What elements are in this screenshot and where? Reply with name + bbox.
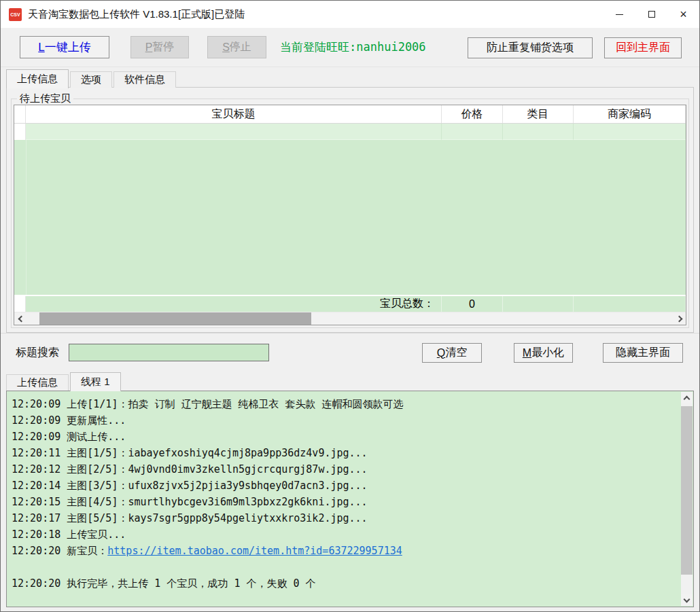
pending-items-grid[interactable]: 宝贝标题价格类目商家编码 宝贝总数： 0 — [14, 105, 686, 325]
column-header[interactable]: 宝贝标题 — [26, 105, 442, 123]
cell-code[interactable] — [574, 124, 686, 140]
clear-label: 清空 — [445, 346, 467, 360]
cell-price[interactable] — [442, 124, 503, 140]
scroll-down-button[interactable] — [681, 594, 693, 606]
table-row[interactable] — [14, 124, 686, 140]
chevron-down-icon — [684, 596, 690, 602]
log-line: 12:20:20 执行完毕，共上传 1 个宝贝，成功 1 个，失败 0 个 — [12, 575, 677, 592]
window-title: 天音淘宝数据包上传软件 V1.83.1[正式版]已登陆 — [28, 8, 245, 21]
log-line: 12:20:11 主图[1/5]：iabayefxoshiyq4cjmj8pa9… — [12, 445, 677, 461]
close-icon: × — [680, 8, 687, 20]
pending-items-groupbox: 待上传宝贝 宝贝标题价格类目商家编码 宝贝总数： 0 — [11, 98, 689, 328]
log-line: 12:20:20 新宝贝：https://item.taobao.com/ite… — [12, 543, 677, 559]
cell-title[interactable] — [26, 124, 442, 140]
upload-info-tab-page: 待上传宝贝 宝贝标题价格类目商家编码 宝贝总数： 0 — [6, 87, 694, 333]
log-line: 12:20:18 上传宝贝... — [12, 526, 677, 543]
upload-label: 一键上传 — [45, 39, 91, 55]
title-search-label: 标题搜索 — [16, 346, 59, 360]
stop-mnemonic: S — [222, 41, 230, 54]
csv-file-icon: CSV — [9, 8, 22, 21]
maximize-button[interactable] — [635, 1, 667, 28]
log-line: 12:20:09 更新属性... — [12, 412, 677, 429]
chevron-up-icon — [684, 395, 690, 402]
clear-button[interactable]: Q清空 — [422, 343, 482, 363]
scroll-left-button[interactable] — [14, 312, 26, 325]
log-line: 12:20:14 主图[3/5]：ufux8zjvx5j2pjia3y9sbhq… — [12, 478, 677, 494]
close-button[interactable]: × — [667, 1, 699, 28]
tab-1[interactable]: 上传信息 — [6, 69, 69, 88]
tab-3[interactable]: 软件信息 — [113, 71, 176, 88]
tab-2[interactable]: 线程 1 — [70, 372, 121, 391]
new-item-link[interactable]: https://item.taobao.com/item.htm?id=6372… — [107, 545, 402, 557]
toolbar: L一键上传 P暂停 S停止 当前登陆旺旺:nanhui2006 防止重复铺货选项… — [1, 28, 699, 67]
log-line: 12:20:09 上传[1/1]：拍卖 订制 辽宁舰主题 纯棉卫衣 套头款 连帽… — [12, 396, 677, 412]
column-header[interactable]: 类目 — [503, 105, 574, 123]
scroll-right-button[interactable] — [674, 312, 686, 325]
search-bar: 标题搜索 Q清空 M最小化 隐藏主界面 — [1, 333, 699, 372]
minimize-button[interactable] — [603, 1, 635, 28]
grid-header-row: 宝贝标题价格类目商家编码 — [14, 105, 686, 124]
stop-button[interactable]: S停止 — [207, 36, 266, 58]
hscroll-track[interactable] — [26, 312, 674, 325]
column-header[interactable]: 商家编码 — [574, 105, 686, 123]
chevron-left-icon — [18, 315, 24, 322]
pause-mnemonic: P — [145, 41, 153, 54]
log-lines: 12:20:09 上传[1/1]：拍卖 订制 辽宁舰主题 纯棉卫衣 套头款 连帽… — [12, 396, 677, 605]
vscroll-thumb[interactable] — [681, 406, 693, 575]
upload-log-panel[interactable]: 12:20:09 上传[1/1]：拍卖 订制 辽宁舰主题 纯棉卫衣 套头款 连帽… — [6, 391, 694, 607]
total-code-cell — [574, 296, 686, 312]
hide-main-window-button[interactable]: 隐藏主界面 — [603, 343, 683, 363]
log-line: 12:20:17 主图[5/5]：kays7sgr5gpp8y54pgeliyt… — [12, 510, 677, 526]
window-controls: × — [603, 1, 699, 28]
grid-total-row: 宝贝总数： 0 — [14, 295, 686, 312]
grid-empty-area — [14, 140, 686, 295]
back-to-main-button[interactable]: 回到主界面 — [604, 37, 682, 58]
hscroll-thumb[interactable] — [39, 312, 311, 325]
row-header-cell — [14, 296, 26, 312]
log-line: 12:20:15 主图[4/5]：smurtlhybcgev3i6m9ml3pb… — [12, 494, 677, 510]
row-header-cell[interactable] — [14, 124, 26, 140]
tab-2[interactable]: 选项 — [70, 71, 112, 88]
prevent-duplicate-button[interactable]: 防止重复铺货选项 — [468, 37, 593, 58]
login-status: 当前登陆旺旺:nanhui2006 — [280, 39, 426, 55]
maximize-icon — [648, 11, 655, 18]
title-search-input[interactable] — [69, 344, 269, 361]
groupbox-title: 待上传宝贝 — [17, 92, 73, 105]
cell-category[interactable] — [503, 124, 574, 140]
vertical-scrollbar[interactable] — [681, 392, 693, 606]
bottom-tab-strip: 上传信息线程 1 — [1, 372, 699, 391]
column-header[interactable]: 价格 — [442, 105, 503, 123]
minimize-icon — [616, 14, 623, 15]
pause-label: 暂停 — [152, 40, 174, 54]
tab-1[interactable]: 上传信息 — [6, 374, 69, 391]
pause-button[interactable]: P暂停 — [130, 36, 189, 58]
grid-corner-cell — [14, 105, 26, 123]
horizontal-scrollbar[interactable] — [14, 312, 686, 325]
total-label: 宝贝总数： — [26, 296, 442, 312]
top-tab-strip: 上传信息选项软件信息 — [1, 69, 699, 88]
log-line — [12, 559, 677, 575]
minimize-app-button[interactable]: M最小化 — [514, 343, 573, 363]
minimize-label: 最小化 — [531, 346, 564, 360]
app-window: CSV 天音淘宝数据包上传软件 V1.83.1[正式版]已登陆 × L一键上传 … — [0, 0, 700, 612]
scroll-up-button[interactable] — [681, 392, 693, 403]
log-line: 12:20:09 测试上传... — [12, 429, 677, 445]
clear-mnemonic: Q — [437, 347, 445, 359]
total-value: 0 — [442, 296, 503, 312]
log-line: 12:20:12 主图[2/5]：4wj0vnd0imv3zkelln5gjcr… — [12, 461, 677, 478]
row-header-divider — [26, 140, 27, 295]
vscroll-track[interactable] — [681, 403, 693, 594]
title-bar: CSV 天音淘宝数据包上传软件 V1.83.1[正式版]已登陆 × — [1, 1, 699, 28]
chevron-right-icon — [676, 315, 682, 322]
upload-mnemonic: L — [38, 41, 44, 54]
minimize-mnemonic: M — [523, 347, 531, 359]
total-cat-cell — [503, 296, 574, 312]
one-click-upload-button[interactable]: L一键上传 — [20, 36, 109, 58]
stop-label: 停止 — [230, 40, 251, 54]
